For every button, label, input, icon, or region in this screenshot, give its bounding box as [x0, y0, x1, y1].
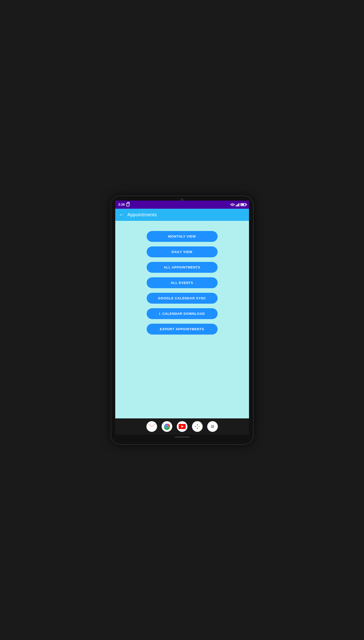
- device-frame: 3:26: [111, 196, 253, 444]
- back-button[interactable]: ←: [119, 211, 124, 218]
- monthly-view-button[interactable]: MONTHLY VIEW: [147, 231, 218, 242]
- svg-point-13: [211, 426, 212, 427]
- svg-point-12: [213, 425, 214, 426]
- device-camera: [181, 199, 183, 201]
- apps-nav-icon[interactable]: [207, 421, 218, 432]
- photos-nav-icon[interactable]: [192, 421, 203, 432]
- wifi-icon: [230, 203, 235, 206]
- all-appointments-button[interactable]: ALL APPOINTMENTS: [147, 262, 218, 273]
- status-bar: 3:26: [115, 201, 249, 209]
- svg-point-17: [212, 427, 213, 428]
- export-appointments-button[interactable]: EXPORT APPOINTMENTS: [147, 324, 218, 335]
- time-display: 3:26: [118, 203, 125, 206]
- icalendar-download-button[interactable]: I_CALENDAR DOWNLOAD: [147, 308, 218, 319]
- home-indicator: [175, 437, 190, 437]
- app-bar: ← Appointments: [115, 209, 249, 221]
- svg-point-4: [166, 425, 168, 428]
- svg-point-11: [212, 425, 213, 426]
- signal-icon: [236, 203, 239, 206]
- svg-point-14: [212, 426, 213, 427]
- svg-point-16: [211, 427, 212, 428]
- svg-point-10: [211, 425, 212, 426]
- all-events-button[interactable]: ALL EVENTS: [147, 277, 218, 288]
- svg-point-8: [197, 426, 198, 427]
- main-content: MONTHLY VIEW DAILY VIEW ALL APPOINTMENTS…: [115, 221, 249, 418]
- svg-point-15: [213, 426, 214, 427]
- bottom-nav: [115, 418, 249, 435]
- battery-icon: [240, 203, 246, 206]
- screen: 3:26: [115, 201, 249, 435]
- gmail-nav-icon[interactable]: [146, 421, 157, 432]
- app-bar-title: Appointments: [127, 212, 157, 218]
- youtube-nav-icon[interactable]: [177, 421, 187, 432]
- google-calendar-sync-button[interactable]: GOOGLE CALENDAR SYNC: [147, 293, 218, 304]
- lock-icon: [126, 203, 129, 206]
- status-time-group: 3:26: [118, 203, 129, 206]
- daily-view-button[interactable]: DAILY VIEW: [147, 246, 218, 257]
- svg-point-18: [213, 427, 214, 428]
- device-bottom-bar: [115, 435, 249, 440]
- chrome-nav-icon[interactable]: [162, 421, 172, 432]
- status-icons: [230, 203, 246, 206]
